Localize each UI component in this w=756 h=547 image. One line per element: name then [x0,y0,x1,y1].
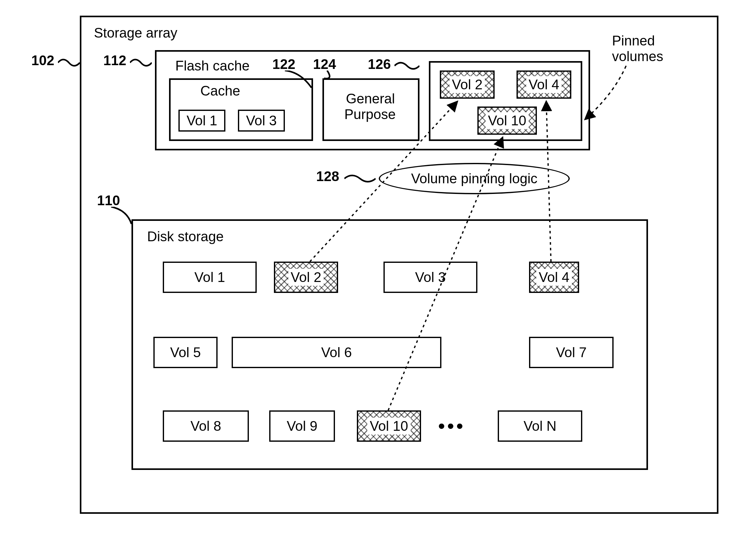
disk-ellipsis: ••• [438,415,465,437]
leader-124 [324,70,343,80]
pinned-label-2: volumes [612,49,663,64]
disk-vol-3: Vol 3 [383,261,477,293]
pinned-vol-4: Vol 4 [517,70,571,99]
cache-title: Cache [200,83,240,99]
gp-line2: Purpose [344,106,396,122]
disk-vol-2: Vol 2 [274,261,338,293]
ref-122: 122 [272,56,295,72]
storage-array-title: Storage array [94,25,177,41]
disk-storage-title: Disk storage [147,229,224,244]
disk-vol-6: Vol 6 [232,337,441,368]
volume-pinning-logic: Volume pinning logic [379,163,570,194]
ref-126: 126 [368,56,391,72]
squiggle-102 [58,56,80,69]
squiggle-126 [394,59,419,72]
squiggle-128 [344,172,376,185]
pinned-label-1: Pinned [612,33,655,49]
leader-122 [282,70,313,89]
squiggle-112 [130,56,152,69]
ref-102: 102 [31,53,54,68]
ref-110: 110 [97,193,120,208]
ref-128: 128 [316,168,339,184]
pinned-vol-2: Vol 2 [440,70,495,99]
disk-vol-5: Vol 5 [153,337,218,368]
leader-110 [108,207,133,225]
disk-vol-4: Vol 4 [529,261,579,293]
cache-vol-3: Vol 3 [238,110,285,132]
disk-vol-10: Vol 10 [357,410,421,442]
ref-112: 112 [103,53,126,68]
disk-vol-9: Vol 9 [269,410,335,442]
cache-vol-1: Vol 1 [178,110,225,132]
gp-line1: General [346,91,395,106]
disk-vol-1: Vol 1 [163,261,257,293]
disk-vol-7: Vol 7 [529,337,614,368]
diagram-stage: 102 Storage array 112 Flash cache Cache … [0,0,756,547]
flash-cache-title: Flash cache [175,58,249,74]
disk-vol-8: Vol 8 [163,410,249,442]
disk-vol-n: Vol N [498,410,582,442]
pinned-vol-10: Vol 10 [477,106,537,135]
ref-124: 124 [313,56,336,72]
